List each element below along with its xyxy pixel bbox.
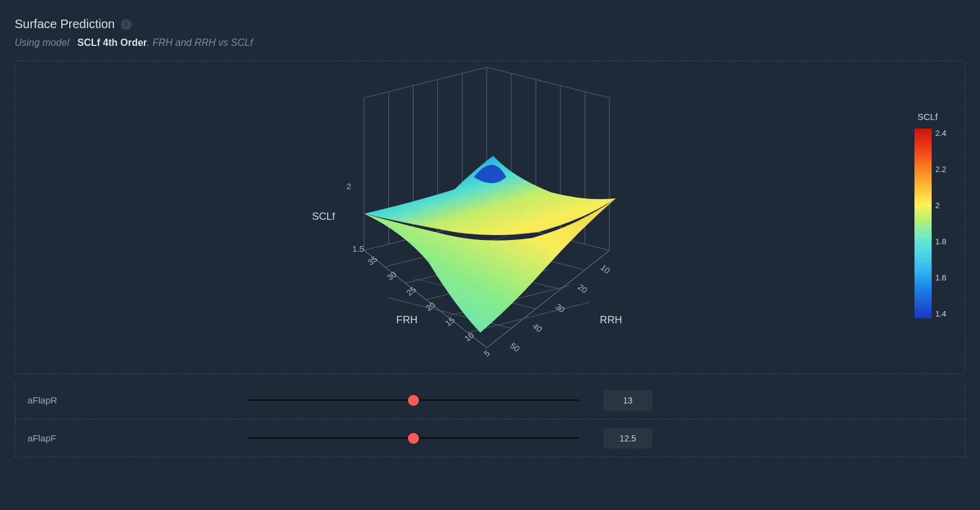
colorbar-tick: 1.8 <box>935 237 946 246</box>
z-axis-label: SCLf <box>312 211 335 221</box>
info-icon[interactable]: i <box>121 19 132 30</box>
subtitle-prefix: Using model <box>15 37 69 48</box>
colorbar-tick: 2 <box>935 201 946 210</box>
slider-thumb[interactable] <box>408 395 419 406</box>
slider-label: aFlapF <box>28 433 248 443</box>
x-axis-label: FRH <box>396 315 418 325</box>
frh-tick: 35 <box>366 255 379 267</box>
frh-tick: 20 <box>424 300 437 312</box>
colorbar-tick: 2.4 <box>935 129 946 138</box>
z-tick: 2 <box>347 182 352 192</box>
colorbar-tick: 1.4 <box>935 309 946 318</box>
svg-line-4 <box>487 67 609 98</box>
colorbar-tick: 2.2 <box>935 165 946 174</box>
frh-tick: 10 <box>463 331 477 343</box>
z-tick: 1.5 <box>352 244 364 253</box>
slider-value-aFlapF[interactable]: 12.5 <box>603 428 652 449</box>
colorbar-title: SCLf <box>918 111 938 122</box>
model-name: SCLf 4th Order <box>77 37 147 48</box>
svg-line-3 <box>364 67 486 98</box>
surface-chart[interactable]: 2 1.5 SCLf 35 30 25 20 15 10 5 FRH 10 20… <box>15 61 965 374</box>
rrh-tick: 50 <box>508 341 522 353</box>
slider-row-aFlapR: aFlapR 13 <box>15 381 965 419</box>
slider-aFlapR[interactable] <box>248 394 579 407</box>
slider-label: aFlapR <box>28 395 248 405</box>
panel-subtitle: Using model SCLf 4th Order. FRH and RRH … <box>15 37 965 48</box>
frh-tick: 30 <box>385 270 399 282</box>
slider-row-aFlapF: aFlapF 12.5 <box>15 419 965 457</box>
rrh-tick: 40 <box>531 321 545 334</box>
frh-tick: 15 <box>443 315 457 328</box>
frh-tick: 25 <box>405 285 418 297</box>
panel-title: Surface Prediction <box>15 17 115 31</box>
colorbar: 2.4 2.2 2 1.8 1.6 1.4 <box>914 129 932 318</box>
colorbar-tick: 1.6 <box>935 273 946 282</box>
slider-thumb[interactable] <box>408 433 419 444</box>
y-axis-label: RRH <box>600 315 622 325</box>
frh-tick: 5 <box>482 348 492 358</box>
subtitle-suffix: . FRH and RRH vs SCLf <box>147 37 252 48</box>
rrh-tick: 10 <box>598 263 612 275</box>
rrh-tick: 20 <box>576 282 589 294</box>
slider-value-aFlapR[interactable]: 13 <box>603 390 652 411</box>
rrh-tick: 30 <box>554 302 567 314</box>
slider-aFlapF[interactable] <box>248 432 579 444</box>
